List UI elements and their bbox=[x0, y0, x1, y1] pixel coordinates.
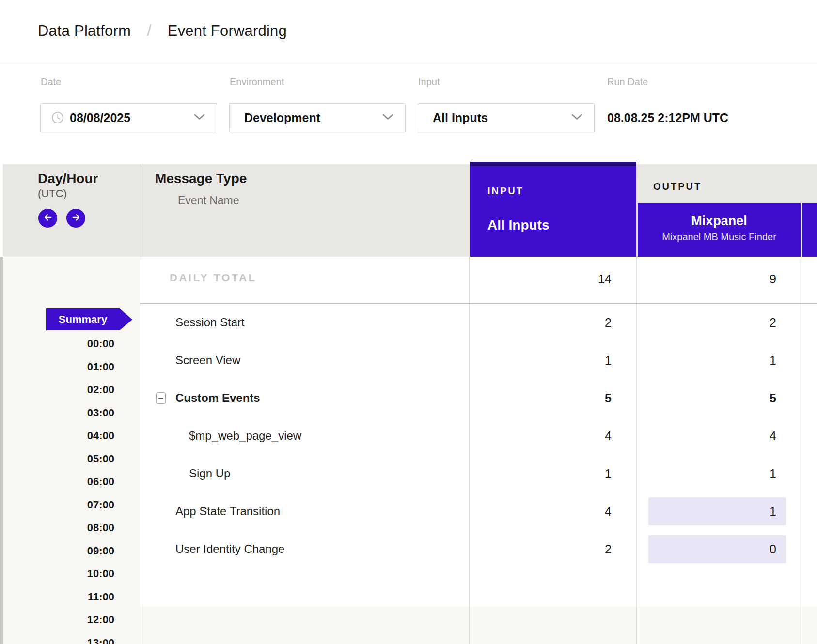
column-line bbox=[801, 257, 801, 644]
hour-item-1300[interactable]: 13:00 bbox=[0, 637, 114, 644]
output-value-session-start: 2 bbox=[638, 315, 776, 330]
row-label-app-state-transition[interactable]: App State Transition bbox=[175, 504, 280, 519]
date-value: 08/08/2025 bbox=[70, 111, 130, 125]
daily-total-output-value: 9 bbox=[638, 272, 776, 286]
daily-total-separator bbox=[140, 303, 817, 304]
date-label: Date bbox=[41, 76, 61, 88]
column-line bbox=[469, 257, 470, 644]
clock-icon bbox=[51, 111, 64, 124]
hour-item-0600[interactable]: 06:00 bbox=[0, 475, 114, 488]
row-label-mp-web-page-view[interactable]: $mp_web_page_view bbox=[189, 429, 301, 443]
input-value-custom-events: 5 bbox=[470, 391, 612, 405]
hour-item-0000[interactable]: 00:00 bbox=[0, 337, 114, 350]
chevron-down-icon bbox=[571, 113, 582, 122]
row-label-screen-view[interactable]: Screen View bbox=[175, 353, 240, 368]
input-value-mp-web-page-view: 4 bbox=[470, 429, 612, 443]
input-select[interactable]: All Inputs bbox=[418, 103, 595, 132]
event-forwarding-page: Data Platform / Event Forwarding Date En… bbox=[0, 0, 817, 644]
rail-divider bbox=[140, 257, 140, 644]
input-value: All Inputs bbox=[433, 111, 488, 125]
hour-item-0300[interactable]: 03:00 bbox=[0, 407, 114, 419]
breadcrumb-separator: / bbox=[147, 21, 152, 40]
daily-total-label: DAILY TOTAL bbox=[170, 272, 256, 284]
chevron-down-icon bbox=[382, 113, 393, 122]
row-label-sign-up[interactable]: Sign Up bbox=[189, 466, 230, 481]
output-value-custom-events: 5 bbox=[638, 391, 776, 405]
hour-item-0100[interactable]: 01:00 bbox=[0, 361, 114, 373]
rail-divider bbox=[140, 164, 140, 257]
collapse-icon[interactable] bbox=[156, 392, 166, 404]
run-date-value: 08.08.25 2:12PM UTC bbox=[607, 103, 728, 132]
output-section-label: OUTPUT bbox=[653, 181, 702, 192]
breadcrumb-data-platform[interactable]: Data Platform bbox=[38, 22, 131, 40]
previous-day-button[interactable] bbox=[38, 209, 57, 228]
hour-rail-summary[interactable]: Summary bbox=[46, 308, 120, 330]
output-value-screen-view: 1 bbox=[638, 353, 776, 368]
date-picker[interactable]: 08/08/2025 bbox=[40, 103, 217, 132]
input-label: Input bbox=[418, 76, 440, 88]
input-value-sign-up: 1 bbox=[470, 466, 612, 481]
table-footer-band bbox=[140, 607, 817, 644]
row-label-custom-events[interactable]: Custom Events bbox=[175, 391, 260, 405]
next-day-button[interactable] bbox=[66, 209, 85, 228]
hour-item-1200[interactable]: 12:00 bbox=[0, 613, 114, 626]
day-hour-utc: (UTC) bbox=[38, 187, 67, 200]
hour-item-1100[interactable]: 11:00 bbox=[0, 591, 114, 603]
output-name: Mixpanel bbox=[638, 213, 801, 229]
arrow-right-icon bbox=[71, 212, 81, 225]
chevron-down-icon bbox=[194, 113, 205, 122]
hour-item-0200[interactable]: 02:00 bbox=[0, 383, 114, 396]
next-output-column-partial bbox=[802, 203, 817, 257]
summary-ribbon-tip bbox=[120, 308, 132, 330]
input-section-label: INPUT bbox=[487, 185, 524, 197]
hour-item-0900[interactable]: 09:00 bbox=[0, 545, 114, 557]
hour-item-1000[interactable]: 10:00 bbox=[0, 567, 114, 580]
input-value-session-start: 2 bbox=[470, 315, 612, 330]
environment-select[interactable]: Development bbox=[229, 103, 406, 132]
column-line bbox=[636, 257, 637, 644]
input-value-screen-view: 1 bbox=[470, 353, 612, 368]
input-column-header: INPUT All Inputs bbox=[470, 162, 636, 257]
environment-value: Development bbox=[244, 111, 320, 125]
row-label-session-start[interactable]: Session Start bbox=[175, 315, 245, 330]
arrow-left-icon bbox=[43, 212, 53, 225]
hour-item-0700[interactable]: 07:00 bbox=[0, 499, 114, 511]
input-value-user-identity-change: 2 bbox=[470, 542, 612, 556]
day-hour-header: Day/Hour bbox=[38, 170, 98, 187]
breadcrumb: Data Platform / Event Forwarding bbox=[0, 0, 817, 62]
output-value-sign-up: 1 bbox=[638, 466, 776, 481]
message-type-header: Message Type bbox=[155, 170, 247, 187]
row-label-user-identity-change[interactable]: User Identity Change bbox=[175, 542, 284, 556]
output-value-app-state-transition: 1 bbox=[638, 504, 776, 519]
output-column-header-mixpanel[interactable]: Mixpanel Mixpanel MB Music Finder bbox=[638, 203, 801, 257]
input-column-name: All Inputs bbox=[487, 217, 550, 233]
output-value-user-identity-change: 0 bbox=[638, 542, 776, 556]
output-value-mp-web-page-view: 4 bbox=[638, 429, 776, 443]
run-date-label: Run Date bbox=[607, 76, 648, 88]
event-name-subheader: Event Name bbox=[178, 194, 239, 207]
left-edge bbox=[0, 257, 3, 644]
output-subtitle: Mixpanel MB Music Finder bbox=[638, 230, 801, 243]
hour-item-0400[interactable]: 04:00 bbox=[0, 429, 114, 442]
daily-total-input-value: 14 bbox=[470, 272, 612, 286]
page-title: Event Forwarding bbox=[168, 22, 287, 40]
hour-item-0500[interactable]: 05:00 bbox=[0, 453, 114, 465]
environment-label: Environment bbox=[230, 76, 284, 88]
hour-item-0800[interactable]: 08:00 bbox=[0, 521, 114, 534]
input-value-app-state-transition: 4 bbox=[470, 504, 612, 519]
